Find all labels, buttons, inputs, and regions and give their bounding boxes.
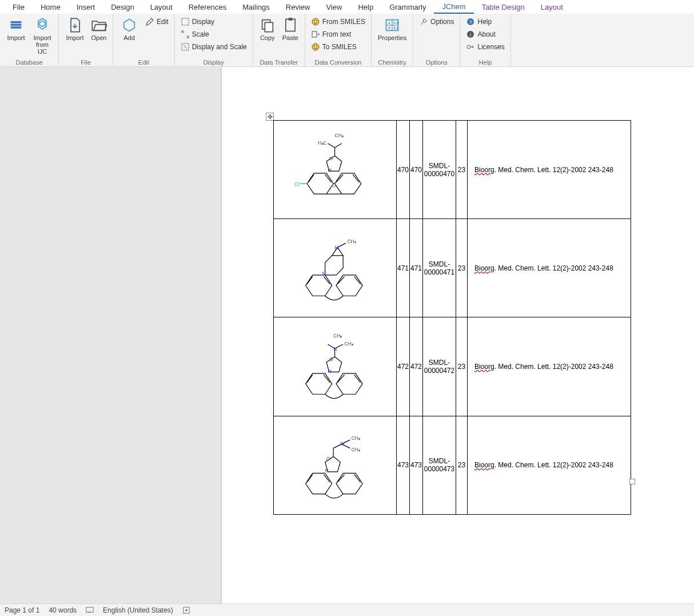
table-row[interactable]: CH₃ N N 471 471 SMDL-00000471 23 Bioorg.… <box>274 219 631 317</box>
tab-design[interactable]: Design <box>103 1 142 13</box>
svg-point-12 <box>312 18 319 25</box>
group-file: Import Open File <box>59 14 113 66</box>
btn-file-import[interactable]: Import <box>62 15 87 43</box>
btn-options[interactable]: Options <box>417 16 456 27</box>
btn-db-import[interactable]: Import <box>3 15 29 43</box>
status-words[interactable]: 40 words <box>49 606 77 614</box>
tab-jchem[interactable]: JChem <box>434 1 473 14</box>
structure-cell[interactable]: CH₃ H₃C O N O Cl <box>274 121 397 219</box>
num-cell[interactable]: 23 <box>456 317 468 416</box>
tab-review[interactable]: Review <box>278 1 318 13</box>
btn-label: Import <box>66 34 83 41</box>
tab-grammarly[interactable]: Grammarly <box>381 1 434 13</box>
status-spellcheck-icon[interactable] <box>86 606 94 614</box>
chemical-table[interactable]: CH₃ H₃C O N O Cl 470 470 SMDL-00000470 2… <box>273 120 631 515</box>
table-row[interactable]: CH₃ CH₃ O N N 473 473 SMDL-00000473 23 B… <box>274 416 631 514</box>
svg-rect-2 <box>11 26 22 29</box>
btn-label: Edit <box>157 18 169 26</box>
id2-cell[interactable]: 472 <box>410 317 423 416</box>
btn-label: Licenses <box>477 43 504 51</box>
id2-cell[interactable]: 471 <box>410 219 423 317</box>
cite-rest: . Med. Chem. Lett. 12(2)-2002 243-248 <box>494 461 613 469</box>
tab-insert[interactable]: Insert <box>69 1 103 13</box>
id1-cell[interactable]: 472 <box>397 317 410 416</box>
num-cell[interactable]: 23 <box>456 121 468 219</box>
btn-file-open[interactable]: Open <box>89 15 109 43</box>
svg-text:CH₃: CH₃ <box>348 239 356 244</box>
btn-help[interactable]: ? Help <box>464 16 506 27</box>
btn-label: Open <box>91 34 107 41</box>
tab-mailings[interactable]: Mailings <box>234 1 278 13</box>
tab-view[interactable]: View <box>318 1 350 13</box>
chemical-structure-icon: CH₃ H₃C O N O Cl <box>274 121 396 218</box>
btn-display-scale[interactable]: Display and Scale <box>178 41 249 53</box>
tab-file[interactable]: File <box>5 1 33 13</box>
svg-line-41 <box>328 144 335 148</box>
tab-layout-context[interactable]: Layout <box>533 1 571 13</box>
btn-licenses[interactable]: Licenses <box>464 41 506 53</box>
svg-marker-63 <box>306 373 332 394</box>
ribbon: File Home Insert Design Layout Reference… <box>0 0 694 67</box>
citation-cell[interactable]: Bioorg. Med. Chem. Lett. 12(2)-2002 243-… <box>468 121 631 219</box>
svg-line-51 <box>308 276 313 284</box>
table-resize-handle[interactable] <box>629 479 635 484</box>
svg-marker-56 <box>325 256 344 275</box>
svg-marker-66 <box>336 373 362 394</box>
svg-rect-1 <box>11 24 22 26</box>
document-area[interactable]: ✥ <box>0 67 694 603</box>
svg-text:N: N <box>334 346 337 352</box>
citation-cell[interactable]: Bioorg. Med. Chem. Lett. 12(2)-2002 243-… <box>468 317 631 416</box>
svg-marker-53 <box>336 275 362 296</box>
structure-cell[interactable]: CH₃ CH₃ O N N <box>274 317 397 416</box>
num-cell[interactable]: 23 <box>456 416 468 514</box>
code-cell[interactable]: SMDL-00000473 <box>423 416 456 514</box>
status-page[interactable]: Page 1 of 1 <box>5 606 39 614</box>
svg-text:X: X <box>388 26 390 30</box>
tab-table-design[interactable]: Table Design <box>474 1 533 13</box>
btn-copy[interactable]: Copy <box>257 15 278 43</box>
btn-properties[interactable]: A0.4X3.1 Properties <box>375 15 409 43</box>
svg-point-16 <box>312 43 319 50</box>
table-row[interactable]: CH₃ H₃C O N O Cl 470 470 SMDL-00000470 2… <box>274 121 631 219</box>
code-cell[interactable]: SMDL-00000472 <box>423 317 456 416</box>
group-data-transfer: Copy Paste Data Transfer <box>253 14 305 66</box>
btn-label: Paste <box>282 34 298 41</box>
table-row[interactable]: CH₃ CH₃ O N N 472 472 SMDL-00000472 23 B… <box>274 317 631 416</box>
svg-point-18 <box>316 45 317 46</box>
num-cell[interactable]: 23 <box>456 219 468 317</box>
id1-cell[interactable]: 471 <box>397 219 410 317</box>
btn-db-import-ijc[interactable]: Import from IJC <box>30 15 55 57</box>
chemical-structure-icon: CH₃ N N <box>274 219 396 317</box>
tab-home[interactable]: Home <box>33 1 69 13</box>
id1-cell[interactable]: 470 <box>397 121 410 219</box>
structure-cell[interactable]: CH₃ N N <box>274 219 397 317</box>
btn-from-text[interactable]: From text <box>309 29 368 40</box>
status-language[interactable]: English (United States) <box>103 606 173 614</box>
svg-text:A: A <box>388 21 390 25</box>
btn-scale[interactable]: Scale <box>178 29 249 40</box>
btn-add[interactable]: Add <box>117 15 142 43</box>
group-display: Display Scale Display and Scale Display <box>175 14 253 66</box>
tab-references[interactable]: References <box>181 1 234 13</box>
btn-about[interactable]: i About <box>464 29 506 40</box>
svg-point-96 <box>185 609 188 611</box>
btn-paste[interactable]: Paste <box>280 15 301 43</box>
group-label: Data Transfer <box>257 58 301 66</box>
tab-help[interactable]: Help <box>350 1 381 13</box>
group-chemistry: A0.4X3.1 Properties Chemistry <box>372 14 413 66</box>
id2-cell[interactable]: 470 <box>410 121 423 219</box>
structure-cell[interactable]: CH₃ CH₃ O N N <box>274 416 397 514</box>
btn-to-smiles[interactable]: To SMILES <box>309 41 368 53</box>
btn-edit[interactable]: Edit <box>143 16 171 27</box>
tab-layout[interactable]: Layout <box>142 1 181 13</box>
btn-from-smiles[interactable]: From SMILES <box>309 16 368 27</box>
code-cell[interactable]: SMDL-00000470 <box>423 121 456 219</box>
citation-cell[interactable]: Bioorg. Med. Chem. Lett. 12(2)-2002 243-… <box>468 416 631 514</box>
group-edit: Add Edit Edit <box>113 14 175 66</box>
code-cell[interactable]: SMDL-00000471 <box>423 219 456 317</box>
id2-cell[interactable]: 473 <box>410 416 423 514</box>
citation-cell[interactable]: Bioorg. Med. Chem. Lett. 12(2)-2002 243-… <box>468 219 631 317</box>
btn-display[interactable]: Display <box>178 16 249 27</box>
id1-cell[interactable]: 473 <box>397 416 410 514</box>
status-macro-icon[interactable] <box>182 606 190 614</box>
